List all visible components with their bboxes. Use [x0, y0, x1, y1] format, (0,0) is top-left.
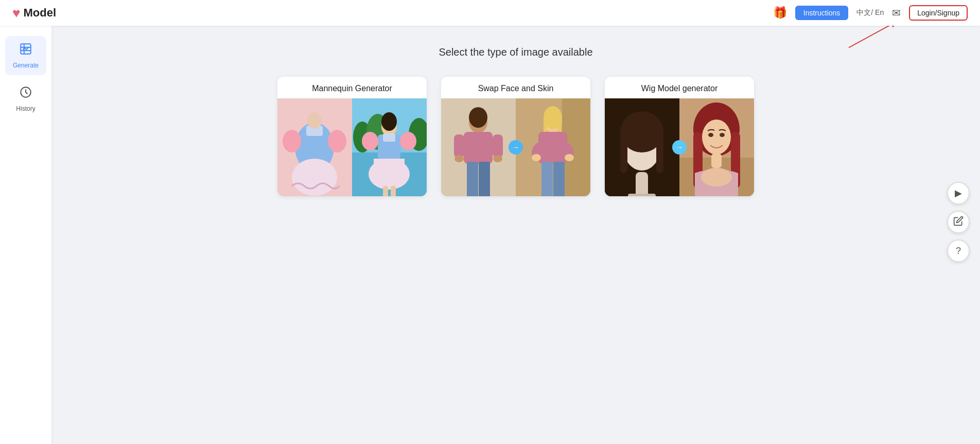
- mannequin-before-image: [277, 98, 352, 196]
- svg-rect-39: [479, 162, 490, 196]
- svg-point-64: [702, 119, 731, 155]
- mannequin-card[interactable]: Mannequin Generator: [277, 77, 427, 196]
- svg-rect-33: [464, 132, 493, 164]
- instructions-button[interactable]: Instructions: [795, 6, 849, 20]
- logo-heart-icon: ♥: [12, 5, 20, 21]
- svg-point-13: [307, 112, 322, 129]
- svg-point-32: [469, 107, 487, 128]
- edit-icon: [953, 216, 964, 229]
- swap-before-image: [441, 98, 516, 196]
- svg-rect-67: [711, 153, 722, 168]
- svg-point-68: [701, 168, 732, 186]
- help-icon: ?: [956, 246, 961, 257]
- wig-card-images: →: [605, 98, 754, 196]
- language-switcher[interactable]: 中文/ En: [856, 8, 884, 18]
- wig-arrow-icon: →: [672, 140, 687, 155]
- swap-card-title: Swap Face and Skin: [441, 77, 590, 98]
- swap-arrow-icon: →: [509, 140, 523, 155]
- header-right: 🎁 Instructions 中文/ En ✉ Login/Signup: [773, 5, 968, 21]
- svg-rect-28: [391, 186, 396, 196]
- svg-point-8: [283, 130, 301, 152]
- svg-point-66: [720, 133, 725, 137]
- svg-point-20: [381, 112, 397, 131]
- sidebar-item-generate[interactable]: Generate: [5, 36, 46, 75]
- svg-point-36: [454, 155, 464, 162]
- history-icon: [19, 86, 32, 102]
- edit-button[interactable]: [947, 211, 970, 233]
- mail-icon[interactable]: ✉: [892, 7, 901, 19]
- svg-rect-24: [383, 133, 395, 142]
- svg-point-22: [362, 132, 378, 150]
- sidebar-generate-label: Generate: [13, 62, 39, 69]
- svg-rect-58: [628, 194, 656, 196]
- sidebar-history-label: History: [16, 105, 35, 112]
- svg-point-47: [532, 154, 541, 161]
- svg-rect-57: [636, 172, 648, 196]
- main-content: Select the type of image available Manne…: [51, 26, 980, 217]
- svg-point-37: [493, 155, 502, 162]
- wig-card[interactable]: Wig Model generator: [605, 77, 754, 196]
- svg-rect-26: [374, 159, 405, 175]
- floating-buttons: ▶ ?: [947, 182, 970, 262]
- wig-after-image: [679, 98, 754, 196]
- svg-point-48: [565, 154, 574, 161]
- login-signup-button[interactable]: Login/Signup: [909, 5, 968, 21]
- logo-text: Model: [23, 6, 56, 20]
- svg-point-23: [400, 132, 416, 150]
- header: ♥ Model 🎁 Instructions 中文/ En ✉ Login/Si…: [0, 0, 980, 26]
- svg-point-9: [328, 130, 346, 152]
- svg-point-65: [708, 133, 713, 137]
- swap-card-images: →: [441, 98, 590, 196]
- generate-icon: [19, 42, 32, 59]
- play-icon: ▶: [955, 187, 962, 199]
- wig-card-title: Wig Model generator: [605, 77, 754, 98]
- gift-icon[interactable]: 🎁: [773, 6, 787, 20]
- mannequin-after-image: [352, 98, 427, 196]
- svg-rect-56: [656, 132, 663, 173]
- mannequin-card-images: [277, 98, 427, 196]
- wig-before-image: [605, 98, 679, 196]
- svg-rect-35: [493, 134, 503, 158]
- sidebar: Generate History: [0, 26, 51, 444]
- help-button[interactable]: ?: [947, 240, 970, 262]
- svg-rect-50: [553, 162, 565, 196]
- mannequin-card-title: Mannequin Generator: [277, 77, 427, 98]
- swap-after-image: [516, 98, 590, 196]
- cards-grid: Mannequin Generator: [82, 77, 949, 196]
- play-button[interactable]: ▶: [947, 182, 970, 204]
- svg-rect-49: [541, 162, 553, 196]
- swap-card[interactable]: Swap Face and Skin: [441, 77, 590, 196]
- svg-rect-34: [454, 134, 464, 158]
- logo[interactable]: ♥ Model: [12, 5, 56, 21]
- svg-rect-46: [538, 132, 567, 164]
- svg-rect-27: [383, 186, 388, 196]
- page-title: Select the type of image available: [82, 46, 949, 58]
- sidebar-item-history[interactable]: History: [5, 79, 46, 118]
- svg-rect-12: [297, 165, 332, 180]
- svg-rect-55: [620, 132, 627, 173]
- svg-rect-38: [467, 162, 478, 196]
